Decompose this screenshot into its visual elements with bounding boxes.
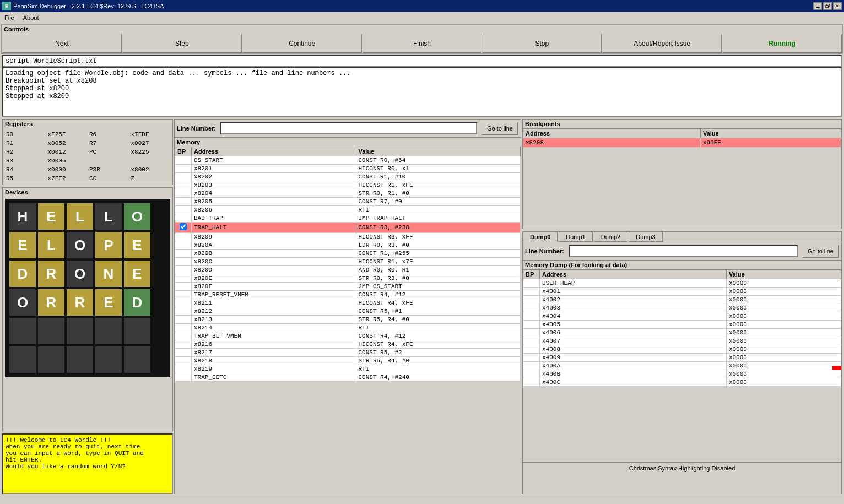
dump-col-bp: BP [523,270,540,279]
memory-line-number-input[interactable] [220,122,477,134]
memory-row-value: HICONST R4, xFE [356,299,521,307]
memory-row-value: STR R0, R1, #0 [356,189,521,198]
memory-row-value: CONST R1, #255 [356,250,521,258]
memory-row-value: JMP OS_START [356,283,521,291]
menu-bar: File About [0,12,844,23]
memory-row-address: TRAP_GETC [192,373,356,382]
reg-psr-label: PSR [88,166,129,174]
registers-section: Registers R0 xF25E R6 x7FDE R1 x0052 R7 … [2,119,173,185]
reg-empty2 [130,157,171,165]
memory-line-number-bar: Line Number: Go to line [175,120,521,138]
reg-r3-label: R3 [5,157,46,165]
reg-r7-val: x0027 [130,139,171,147]
memory-row-value: CONST R3, #238 [356,223,521,233]
bp-row-value: x96EE [700,138,841,148]
console-bottom-line-2: When you are ready to quit, next time [6,443,170,450]
memory-col-bp: BP [175,147,192,156]
console-line-1: Loading object file Wordle.obj: code and… [6,69,838,77]
dump-tab-1[interactable]: Dump1 [559,232,592,242]
wordle-cell-0-3: L [95,203,122,230]
dump-row-bp [523,321,540,329]
memory-row-bp [175,365,192,373]
about-report-button[interactable]: About/Report Issue [602,34,722,53]
memory-row-value: STR R5, R4, #0 [356,357,521,365]
finish-button[interactable]: Finish [362,34,482,53]
left-panel: Registers R0 xF25E R6 x7FDE R1 x0052 R7 … [2,119,173,494]
memory-row-value: CONST R1, #10 [356,173,521,181]
memory-row-bp [175,357,192,365]
breakpoints-table: Address Value x8208x96EE [523,128,841,148]
dump-tab-3[interactable]: Dump3 [629,232,662,242]
memory-row-bp [175,181,192,189]
dump-row-value: x0000 [726,304,841,312]
memory-row-bp [175,307,192,316]
memory-row-bp [175,258,192,266]
step-button[interactable]: Step [122,34,242,53]
dump-scroll[interactable]: BP Address Value USER_HEAPx0000x4001x000… [523,269,841,462]
controls-label: Controls [2,25,842,34]
wordle-cell-0-2: L [67,203,93,230]
memory-row-address: x8217 [192,349,356,357]
dump-row-bp [523,337,540,345]
wordle-cell-0-1: E [38,203,64,230]
dump-tab-2[interactable]: Dump2 [594,232,627,242]
memory-row-value: HICONST R3, xFF [356,233,521,241]
memory-row-address: x8201 [192,165,356,173]
console-bottom-line-4: hit ENTER. [6,457,170,463]
dump-row-value: x0000 [726,312,841,321]
dump-goto-button[interactable]: Go to line [802,245,839,258]
script-input[interactable] [2,55,842,67]
dump-row-bp [523,362,540,370]
memory-table: BP Address Value OS_STARTCONST R0, #64x8… [175,147,521,382]
dump-memory-label: Memory Dump (For looking at data) [523,261,841,269]
memory-row-address: x8206 [192,206,356,214]
memory-row-address: x8211 [192,299,356,307]
memory-row-address: TRAP_RESET_VMEM [192,291,356,299]
wordle-cell-5-1 [38,346,64,373]
console-line-4: Stopped at x8200 [6,93,838,100]
running-status: Running [722,34,842,53]
wordle-cell-2-4: E [124,261,150,287]
bp-col-value: Value [700,129,841,138]
memory-row-value: AND R0, R0, R1 [356,266,521,274]
dump-line-number-input[interactable] [569,245,798,257]
memory-row-value: HICONST R1, xFE [356,181,521,189]
app-icon: ▣ [2,2,11,10]
bottom-console: !!! Welcome to LC4 Wordle !!! When you a… [2,433,173,494]
memory-row-value: CONST R7, #0 [356,198,521,206]
memory-goto-button[interactable]: Go to line [481,122,518,135]
console-bottom-line-3: you can input a word, type in QUIT and [6,450,170,457]
reg-pc-val: x8225 [130,148,171,156]
memory-scroll[interactable]: BP Address Value OS_STARTCONST R0, #64x8… [175,147,521,487]
memory-row-bp [175,165,192,173]
maximize-button[interactable]: 🗗 [823,2,832,10]
dump-row-bp [523,329,540,337]
wordle-cell-2-0: D [9,261,36,287]
menu-file[interactable]: File [2,14,17,21]
memory-row-bp [175,156,192,165]
memory-row-value: RTI [356,324,521,332]
wordle-cell-4-4 [124,318,150,344]
next-button[interactable]: Next [2,34,122,53]
dump-tab-0[interactable]: Dump0 [523,232,558,242]
close-button[interactable]: ✕ [833,2,842,10]
memory-row-bp [175,299,192,307]
dump-row-address: USER_HEAP [540,279,727,288]
continue-button[interactable]: Continue [242,34,362,53]
bp-row-address: x8208 [523,138,701,148]
memory-row-bp [175,291,192,299]
memory-row-value: CONST R4, #240 [356,373,521,382]
memory-row-bp [175,274,192,283]
memory-row-address: x8214 [192,324,356,332]
dump-row-bp [523,279,540,288]
breakpoints-section: Breakpoints Address Value x8208x96EE [522,119,842,229]
menu-about[interactable]: About [21,14,41,21]
wordle-cell-1-3: P [95,232,122,258]
reg-r0-val: xF25E [47,131,88,138]
memory-row-value: STR R0, R3, #0 [356,274,521,283]
minimize-button[interactable]: 🗕 [813,2,822,10]
stop-button[interactable]: Stop [481,34,602,53]
memory-col-address: Address [192,147,356,156]
memory-row-address: x8204 [192,189,356,198]
memory-row-value: HICONST R1, x7F [356,258,521,266]
